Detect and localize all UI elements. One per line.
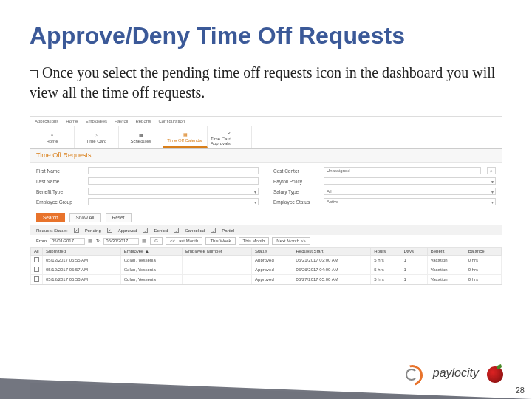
cell-days: 1: [400, 256, 427, 265]
status-option: Partial: [222, 228, 234, 233]
row-checkbox[interactable]: [34, 276, 39, 282]
label-employee-status: Employee Status: [273, 200, 318, 205]
to-date-input[interactable]: 05/30/2017: [103, 238, 139, 245]
input-lastname[interactable]: [88, 177, 259, 185]
select-benefit-type[interactable]: ▾: [88, 188, 259, 195]
select-payroll-policy[interactable]: ▾: [324, 177, 496, 185]
status-label: Request Status:: [36, 228, 68, 233]
apple-icon: [486, 364, 505, 383]
cell-benefit: Vacation: [427, 275, 465, 284]
th-all[interactable]: All: [31, 248, 43, 256]
th-hours[interactable]: Hours: [371, 248, 400, 256]
tab-schedules[interactable]: ▦Schedules: [119, 126, 163, 148]
last-month-button[interactable]: << Last Month: [166, 237, 202, 245]
checkbox-pending[interactable]: [74, 228, 79, 233]
cell-hours: 5 hrs: [371, 275, 400, 284]
cell-status: Approved: [252, 265, 293, 275]
tab-timecard-approvals[interactable]: ✓Time Card Approvals: [208, 126, 252, 148]
search-button[interactable]: Search: [36, 213, 65, 222]
menu-item[interactable]: Reports: [135, 119, 151, 123]
table-row[interactable]: 05/12/2017 05:57 AM Colon, Yessenia Appr…: [31, 265, 502, 275]
table-header-row: All Submitted Employee ▲ Employee Number…: [31, 248, 502, 256]
from-date-input[interactable]: 05/01/2017: [50, 238, 85, 245]
th-days[interactable]: Days: [400, 248, 427, 256]
chevron-down-icon: ▾: [254, 189, 256, 194]
swirl-icon: [399, 362, 426, 384]
checkbox-denied[interactable]: [143, 228, 148, 233]
tab-home[interactable]: ⌂Home: [30, 126, 75, 148]
next-month-button[interactable]: Next Month >>: [272, 237, 310, 245]
chevron-down-icon: ▾: [491, 200, 494, 205]
tab-bar: ⌂Home ◷Time Card ▦Schedules ▦Time Off Ca…: [30, 126, 502, 149]
th-employee[interactable]: Employee ▲: [120, 248, 182, 256]
top-menu: Applications Home Employees Payroll Repo…: [30, 117, 502, 126]
reset-button[interactable]: Reset: [106, 213, 132, 222]
cell-balance: 0 hrs: [465, 265, 501, 275]
checkbox-cancelled[interactable]: [174, 228, 179, 233]
cell-status: Approved: [252, 256, 293, 265]
page-number: 28: [516, 386, 525, 395]
search-icon[interactable]: ⌕: [487, 167, 496, 174]
menu-item[interactable]: Applications: [35, 119, 58, 123]
calendar-icon[interactable]: ▦: [88, 238, 93, 244]
menu-item[interactable]: Home: [66, 119, 78, 123]
this-month-button[interactable]: This Month: [239, 237, 270, 245]
app-screenshot: Applications Home Employees Payroll Repo…: [30, 116, 502, 285]
th-submitted[interactable]: Submitted: [43, 248, 121, 256]
checkbox-approved[interactable]: [107, 228, 112, 233]
cell-benefit: Vacation: [427, 256, 465, 265]
calendar-icon: ▦: [137, 131, 146, 138]
row-checkbox[interactable]: [34, 257, 39, 262]
checkbox-partial[interactable]: [211, 228, 216, 233]
menu-item[interactable]: Payroll: [115, 119, 128, 123]
label-firstname: First Name: [36, 168, 82, 174]
cell-submitted: 05/12/2017 05:58 AM: [43, 275, 121, 284]
select-employee-status[interactable]: Active▾: [324, 198, 496, 205]
tab-label: Time Off Calendar: [167, 138, 203, 143]
th-balance[interactable]: Balance: [465, 248, 501, 256]
calendar-icon[interactable]: ▦: [142, 238, 147, 244]
cell-empno: [183, 265, 252, 275]
select-employee-group[interactable]: ▾: [88, 198, 259, 205]
bullet-icon: [30, 70, 38, 78]
cell-submitted: 05/12/2017 05:55 AM: [43, 256, 121, 265]
cell-employee: Colon, Yessenia: [120, 275, 182, 284]
chevron-down-icon: ▾: [491, 189, 494, 194]
tab-timecard[interactable]: ◷Time Card: [75, 126, 119, 148]
cell-empno: [183, 275, 252, 284]
label-salary-type: Salary Type: [273, 189, 318, 194]
check-icon: ✓: [225, 129, 234, 136]
go-button[interactable]: G: [150, 237, 163, 245]
showall-button[interactable]: Show All: [69, 213, 101, 222]
input-cost-center[interactable]: Unassigned: [324, 167, 481, 174]
cell-hours: 5 hrs: [371, 256, 400, 265]
row-checkbox[interactable]: [34, 267, 39, 272]
th-status[interactable]: Status: [252, 248, 293, 256]
th-empno[interactable]: Employee Number: [183, 248, 252, 256]
this-week-button[interactable]: This Week: [205, 237, 235, 245]
input-firstname[interactable]: [88, 167, 259, 174]
tab-timeoff-calendar[interactable]: ▦Time Off Calendar: [163, 126, 208, 148]
tab-label: Home: [46, 139, 58, 143]
action-buttons: Search Show All Reset: [30, 210, 502, 225]
value-salary-type: All: [327, 189, 332, 194]
status-option: Pending: [85, 228, 101, 233]
th-benefit[interactable]: Benefit: [427, 248, 465, 256]
table-row[interactable]: 05/12/2017 05:58 AM Colon, Yessenia Appr…: [31, 275, 502, 284]
table-row[interactable]: 05/12/2017 05:55 AM Colon, Yessenia Appr…: [31, 256, 502, 265]
label-cost-center: Cost Center: [273, 168, 318, 174]
cell-balance: 0 hrs: [465, 275, 501, 284]
th-start[interactable]: Request Start: [293, 248, 371, 256]
menu-item[interactable]: Configuration: [158, 119, 185, 123]
chevron-down-icon: ▾: [254, 200, 256, 205]
menu-item[interactable]: Employees: [85, 119, 107, 123]
chevron-down-icon: ▾: [491, 179, 494, 184]
value-employee-status: Active: [327, 200, 338, 204]
cell-employee: Colon, Yessenia: [120, 265, 182, 275]
cell-status: Approved: [252, 275, 293, 284]
select-salary-type[interactable]: All▾: [324, 188, 496, 195]
cell-days: 1: [400, 275, 427, 284]
cell-submitted: 05/12/2017 05:57 AM: [43, 265, 121, 275]
requests-table: All Submitted Employee ▲ Employee Number…: [30, 247, 502, 284]
label-benefit-type: Benefit Type: [36, 189, 82, 194]
